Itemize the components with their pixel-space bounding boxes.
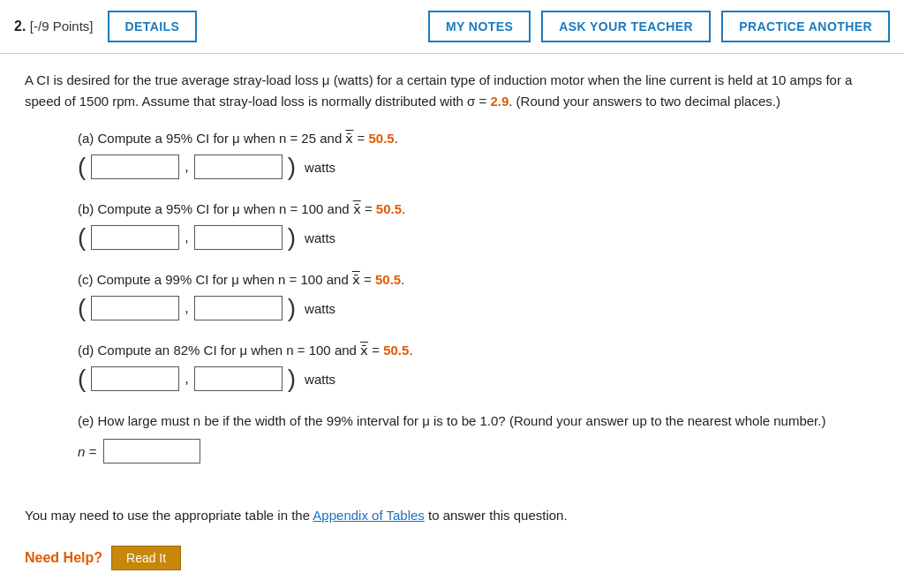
part-e-input[interactable] — [103, 439, 200, 464]
my-notes-button[interactable]: MY NOTES — [428, 11, 531, 42]
problem-description: A CI is desired for the true average str… — [25, 70, 879, 112]
question-number: 2. [-/9 Points] — [14, 19, 94, 34]
part-a-answer-row: ( , ) watts — [78, 155, 879, 179]
part-c-unit: watts — [305, 301, 335, 316]
problem-content: A CI is desired for the true average str… — [0, 54, 904, 499]
close-paren: ) — [288, 155, 296, 179]
part-b-label: (b) Compute a 95% CI for μ when n = 100 … — [78, 199, 879, 220]
open-paren: ( — [78, 225, 86, 250]
open-paren: ( — [78, 366, 86, 391]
close-paren: ) — [288, 296, 296, 320]
part-d-unit: watts — [305, 372, 335, 387]
close-paren: ) — [288, 366, 296, 391]
part-c: (c) Compute a 99% CI for μ when n = 100 … — [78, 269, 879, 320]
appendix-link[interactable]: Appendix of Tables — [313, 508, 424, 523]
part-a: (a) Compute a 95% CI for μ when n = 25 a… — [78, 128, 879, 179]
part-c-input-1[interactable] — [91, 296, 179, 320]
help-section: Need Help? Read It — [0, 539, 904, 581]
details-button[interactable]: DETAILS — [108, 11, 198, 42]
part-e-n-row: n = — [78, 439, 879, 464]
part-b: (b) Compute a 95% CI for μ when n = 100 … — [78, 199, 879, 250]
practice-another-button[interactable]: PRACTICE ANOTHER — [721, 11, 890, 42]
part-d-label: (d) Compute an 82% CI for μ when n = 100… — [78, 340, 879, 361]
ask-teacher-button[interactable]: ASK YOUR TEACHER — [541, 11, 711, 42]
problem-header: 2. [-/9 Points] DETAILS MY NOTES ASK YOU… — [0, 0, 904, 54]
part-d-input-2[interactable] — [194, 366, 282, 391]
open-paren: ( — [78, 296, 86, 320]
part-d: (d) Compute an 82% CI for μ when n = 100… — [78, 340, 879, 391]
part-a-input-2[interactable] — [194, 155, 282, 179]
n-label: n = — [78, 444, 96, 459]
part-d-input-1[interactable] — [91, 366, 179, 391]
close-paren: ) — [288, 225, 296, 250]
read-it-button[interactable]: Read It — [111, 546, 181, 570]
part-d-answer-row: ( , ) watts — [78, 366, 879, 391]
part-c-label: (c) Compute a 99% CI for μ when n = 100 … — [78, 269, 879, 290]
part-a-unit: watts — [305, 160, 335, 175]
part-e-label: (e) How large must n be if the width of … — [78, 411, 879, 432]
part-e: (e) How large must n be if the width of … — [78, 411, 879, 464]
open-paren: ( — [78, 155, 86, 179]
appendix-note: You may need to use the appropriate tabl… — [0, 508, 904, 523]
part-c-input-2[interactable] — [194, 296, 282, 320]
part-a-label: (a) Compute a 95% CI for μ when n = 25 a… — [78, 128, 879, 149]
part-b-input-2[interactable] — [194, 225, 282, 250]
part-c-answer-row: ( , ) watts — [78, 296, 879, 320]
part-a-input-1[interactable] — [91, 155, 179, 179]
part-b-unit: watts — [305, 230, 335, 245]
part-b-input-1[interactable] — [91, 225, 179, 250]
part-b-answer-row: ( , ) watts — [78, 225, 879, 250]
need-help-label: Need Help? — [25, 550, 102, 566]
